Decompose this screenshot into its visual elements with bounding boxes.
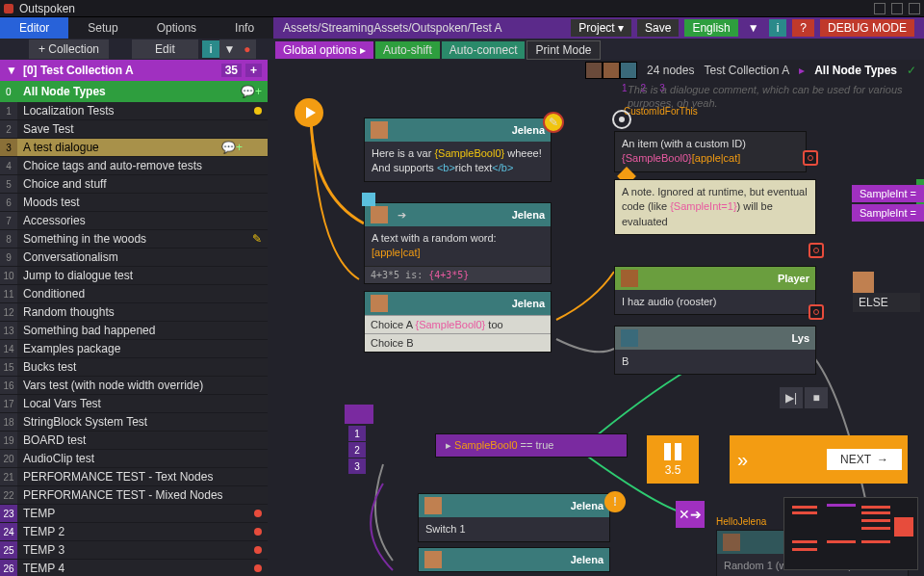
status-dot [254, 510, 262, 517]
switch-node-1[interactable]: Jelena Switch 1 [418, 493, 610, 542]
project-dropdown[interactable]: Project ▾ [571, 19, 631, 37]
close-icon[interactable] [909, 3, 920, 14]
flag-icon [362, 193, 375, 206]
note-node[interactable]: A note. Ignored at runtime, but eventual… [614, 179, 816, 235]
list-item[interactable]: 7Accessories [0, 212, 268, 230]
auto-shift-toggle[interactable]: Auto-shift [375, 41, 440, 59]
tab-setup[interactable]: Setup [68, 17, 137, 39]
maximize-icon[interactable] [891, 3, 903, 14]
target-icon[interactable] [612, 110, 631, 129]
global-options-button[interactable]: Global options ▸ [275, 41, 373, 59]
list-item[interactable]: 18StringBlock System Test [0, 413, 268, 432]
choice-b[interactable]: Choice B [365, 333, 551, 352]
item-node[interactable]: An item (with a custom ID) {SampleBool0}… [614, 131, 807, 172]
help-button[interactable]: ? [792, 19, 814, 37]
list-item[interactable]: 26TEMP 4 [0, 560, 268, 576]
save-button[interactable]: Save [637, 19, 679, 37]
print-mode-toggle[interactable]: Print Mode [526, 40, 600, 60]
list-item[interactable]: 16Vars test (with node width override) [0, 377, 268, 395]
asset-path: Assets/StreamingAssets/Outspoken/Test A [283, 21, 501, 35]
status-dot [254, 546, 262, 554]
list-item[interactable]: 13Something bad happened [0, 322, 268, 340]
list-item[interactable]: 4Choice tags and auto-remove tests [0, 157, 268, 175]
else-node[interactable]: ELSE [853, 272, 920, 312]
play-button[interactable] [295, 98, 323, 127]
choice-node[interactable]: Jelena Choice A {SampleBool0} too Choice… [364, 291, 552, 353]
list-item[interactable]: 23TEMP [0, 505, 268, 523]
skip-forward-icon[interactable]: ▶| [780, 387, 803, 408]
status-dot [254, 107, 262, 115]
list-item[interactable]: 1Localization Tests [0, 102, 268, 120]
avatar [621, 270, 638, 287]
player-node[interactable]: Player I haz audio (rooster) [614, 266, 816, 315]
tab-info[interactable]: Info [216, 17, 273, 39]
list-item[interactable]: 2Save Test [0, 120, 268, 139]
list-item[interactable]: 21PERFORMANCE TEST - Text Nodes [0, 468, 268, 486]
lys-node[interactable]: Lys B [614, 326, 816, 375]
list-item[interactable]: 24TEMP 2 [0, 523, 268, 541]
list-item[interactable]: 10Jump to dialogue test [0, 267, 268, 285]
tab-options[interactable]: Options [138, 17, 216, 39]
skip-controls: ▶| ■ [780, 387, 828, 408]
choice-a[interactable]: Choice A {SampleBool0} too [365, 315, 551, 333]
collection-add-button[interactable]: + [245, 64, 262, 77]
list-item[interactable]: 20AudioClip test [0, 450, 268, 468]
list-item[interactable]: 19BOARD test [0, 432, 268, 450]
minimap[interactable] [783, 497, 918, 570]
status-dot [254, 528, 262, 536]
list-item[interactable]: 14Examples package [0, 340, 268, 358]
list-item[interactable]: 22PERFORMANCE TEST - Mixed Nodes [0, 486, 268, 505]
collection-header[interactable]: ▼ [0] Test Collection A 35 + [0, 60, 268, 81]
edit-node-icon[interactable]: ✎ [543, 112, 564, 133]
debug-mode-button[interactable]: DEBUG MODE [820, 19, 914, 37]
edit-button[interactable]: Edit [132, 39, 198, 59]
avatar [371, 121, 388, 139]
tab-editor[interactable]: Editor [0, 17, 68, 39]
number-stack: 123 [348, 426, 366, 474]
dropdown-icon[interactable]: ▼ [219, 39, 239, 59]
record-icon[interactable]: ● [239, 39, 255, 59]
shuffle-node[interactable]: ✕➔ [676, 501, 705, 528]
text-node-1[interactable]: Jelena Here is a var {SampleBool0} wheee… [364, 118, 552, 182]
dialogue-list[interactable]: 1Localization Tests2Save Test3A test dia… [0, 102, 268, 576]
arrow-icon: ➔ [398, 209, 406, 222]
info-button[interactable]: i [769, 19, 787, 37]
list-item[interactable]: 6Moods test [0, 194, 268, 212]
list-item[interactable]: 25TEMP 3 [0, 541, 268, 560]
bubble-icon: 💬+ [241, 85, 262, 98]
list-item[interactable]: 5Choice and stuff [0, 175, 268, 194]
next-node[interactable]: » NEXT→ [730, 435, 908, 484]
language-button[interactable]: English [684, 19, 737, 37]
avatar [371, 295, 388, 312]
avatar [853, 272, 874, 293]
list-item[interactable]: 3A test dialogue💬+ [0, 139, 268, 157]
info-button-2[interactable]: i [202, 40, 220, 58]
stop-icon[interactable] [803, 150, 818, 166]
list-item[interactable]: 12Random thoughts [0, 303, 268, 322]
stop-icon[interactable] [808, 304, 824, 320]
all-node-types-row[interactable]: 0 All Node Types 💬+ [0, 81, 268, 102]
dropdown-icon[interactable]: ▼ [744, 19, 763, 37]
list-item[interactable]: 11Conditioned [0, 285, 268, 303]
pause-node[interactable]: 3.5 [647, 435, 699, 484]
minimize-icon[interactable] [874, 3, 886, 14]
auto-connect-toggle[interactable]: Auto-connect [442, 41, 526, 59]
node-body: B [615, 350, 815, 374]
node-body: An item (with a custom ID) {SampleBool0}… [615, 132, 806, 171]
variable-strip: SampleInt =SampleInt = [852, 185, 924, 222]
list-item[interactable]: 8Something in the woods✎ [0, 230, 268, 249]
text-node-5[interactable]: Jelena [418, 547, 610, 572]
avatar [723, 534, 740, 551]
condition-node[interactable]: ▸ SampleBool0 == true [435, 433, 628, 458]
list-item[interactable]: 9Conversationalism [0, 249, 268, 267]
stop-icon[interactable] [808, 243, 824, 258]
next-button[interactable]: NEXT→ [827, 449, 902, 470]
node-canvas[interactable]: 24 nodes Test Collection A ▸ All Node Ty… [268, 60, 924, 576]
list-item[interactable]: 17Local Vars Test [0, 395, 268, 413]
condition-dot[interactable] [345, 405, 373, 424]
list-item[interactable]: 15Bucks test [0, 358, 268, 377]
breadcrumb: 24 nodes Test Collection A ▸ All Node Ty… [585, 62, 916, 79]
text-node-2[interactable]: ➔Jelena A text with a random word: [appl… [364, 202, 552, 284]
add-collection-button[interactable]: + Collection [29, 39, 109, 59]
stop-icon[interactable]: ■ [805, 387, 828, 408]
